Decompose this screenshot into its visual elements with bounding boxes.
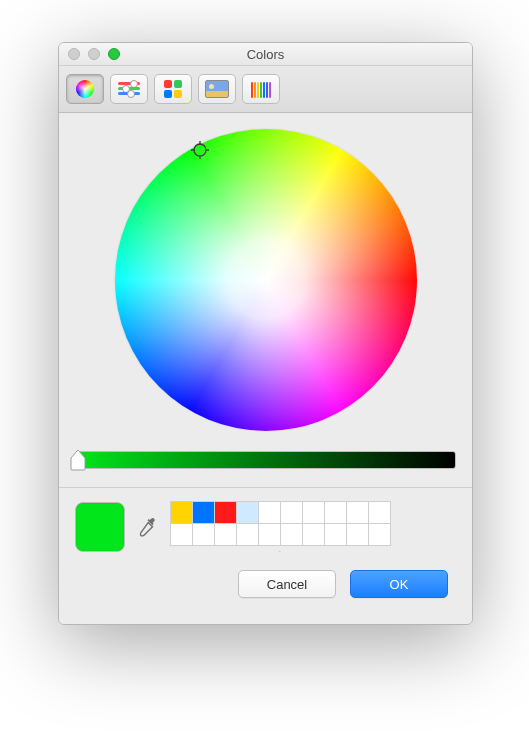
swatch-area: · — [73, 488, 458, 564]
colors-window: Colors — [58, 42, 473, 625]
color-wheel-reticle[interactable] — [191, 141, 209, 159]
window-controls — [68, 48, 120, 60]
swatch-cell[interactable] — [258, 501, 281, 524]
color-wheel[interactable] — [115, 129, 417, 431]
window-title: Colors — [59, 47, 472, 62]
close-window-button[interactable] — [68, 48, 80, 60]
swatch-cell[interactable] — [324, 501, 347, 524]
brightness-slider-thumb[interactable] — [70, 449, 86, 471]
ok-button[interactable]: OK — [350, 570, 448, 598]
selected-color-swatch[interactable] — [75, 502, 125, 552]
image-icon — [205, 80, 229, 98]
color-wheel-icon — [76, 80, 94, 98]
swatch-resize-handle[interactable]: · — [171, 546, 391, 558]
swatch-cell[interactable] — [258, 523, 281, 546]
color-sliders-tab[interactable] — [110, 74, 148, 104]
swatch-cell[interactable] — [214, 523, 237, 546]
minimize-window-button[interactable] — [88, 48, 100, 60]
cancel-button[interactable]: Cancel — [238, 570, 336, 598]
picker-mode-toolbar — [59, 66, 472, 113]
color-wheel-tab[interactable] — [66, 74, 104, 104]
swatch-cell[interactable] — [346, 501, 369, 524]
titlebar: Colors — [59, 43, 472, 66]
dialog-buttons: Cancel OK — [73, 564, 458, 612]
swatch-cell[interactable] — [236, 501, 259, 524]
sliders-icon — [118, 81, 140, 97]
swatch-grid — [171, 502, 391, 546]
image-palettes-tab[interactable] — [198, 74, 236, 104]
swatch-cell[interactable] — [192, 501, 215, 524]
color-palettes-tab[interactable] — [154, 74, 192, 104]
swatch-cell[interactable] — [302, 523, 325, 546]
zoom-window-button[interactable] — [108, 48, 120, 60]
swatch-cell[interactable] — [346, 523, 369, 546]
swatch-cell[interactable] — [236, 523, 259, 546]
swatch-cell[interactable] — [214, 501, 237, 524]
pencils-tab[interactable] — [242, 74, 280, 104]
swatch-cell[interactable] — [368, 523, 391, 546]
color-wheel-area — [73, 125, 458, 445]
brightness-slider[interactable] — [75, 451, 456, 469]
swatch-cell[interactable] — [302, 501, 325, 524]
swatch-cell[interactable] — [368, 501, 391, 524]
swatch-cell[interactable] — [324, 523, 347, 546]
palette-icon — [164, 80, 182, 98]
svg-point-0 — [194, 144, 206, 156]
pencils-icon — [251, 80, 271, 98]
swatch-cell[interactable] — [280, 523, 303, 546]
swatch-cell[interactable] — [192, 523, 215, 546]
swatch-cell[interactable] — [280, 501, 303, 524]
swatch-cell[interactable] — [170, 523, 193, 546]
eyedropper-button[interactable] — [137, 516, 159, 538]
swatch-cell[interactable] — [170, 501, 193, 524]
